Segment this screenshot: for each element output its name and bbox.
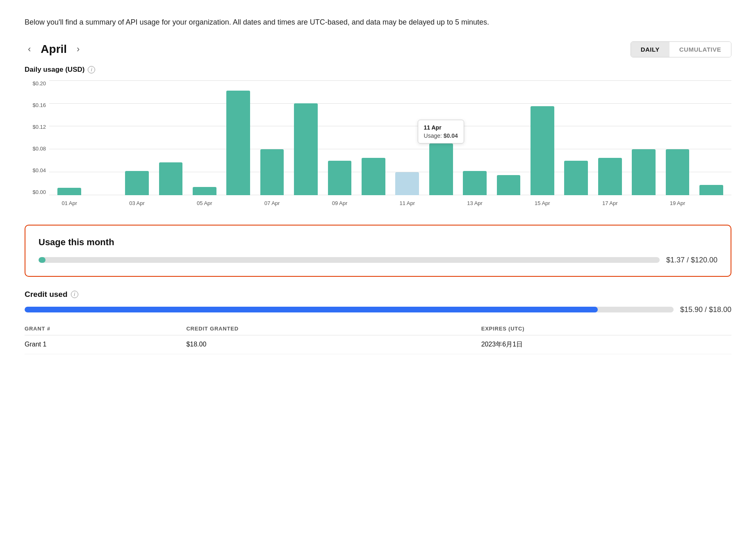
bar[interactable]: [159, 162, 183, 195]
bar[interactable]: [598, 158, 622, 195]
month-title: April: [41, 43, 67, 56]
bar-group: [660, 80, 694, 195]
bar-group: [492, 80, 525, 195]
bar-group: [526, 80, 559, 195]
intro-text: Below you'll find a summary of API usage…: [25, 16, 731, 28]
y-label-0: $0.20: [32, 80, 46, 87]
col-grant-num: GRANT #: [25, 322, 186, 335]
y-label-1: $0.16: [32, 102, 46, 108]
bar[interactable]: [328, 161, 352, 195]
usage-progress-row: $1.37 / $120.00: [39, 256, 717, 264]
bar-group: [559, 80, 593, 195]
x-label: 15 Apr: [526, 200, 559, 206]
usage-progress-value: $1.37 / $120.00: [666, 256, 717, 264]
credit-title: Credit used: [25, 290, 68, 299]
chart-info-icon[interactable]: i: [88, 66, 95, 73]
credit-progress-row: $15.90 / $18.00: [25, 305, 731, 314]
bar[interactable]: [429, 144, 453, 195]
usage-month-card: Usage this month $1.37 / $120.00: [25, 225, 731, 277]
credit-info-icon[interactable]: i: [71, 291, 78, 298]
x-label: 09 Apr: [323, 200, 356, 206]
x-label: 17 Apr: [593, 200, 627, 206]
bar[interactable]: [497, 175, 521, 195]
credit-section: Credit used i $15.90 / $18.00 GRANT # CR…: [25, 290, 731, 354]
bar[interactable]: [226, 91, 250, 195]
x-label: 19 Apr: [660, 200, 694, 206]
bar[interactable]: [57, 188, 81, 195]
credit-table: GRANT # CREDIT GRANTED EXPIRES (UTC) Gra…: [25, 322, 731, 354]
bar[interactable]: [193, 187, 216, 195]
bar[interactable]: [294, 103, 318, 195]
bar[interactable]: [666, 149, 690, 195]
bar[interactable]: [699, 185, 723, 195]
bar-group: [627, 80, 660, 195]
bar[interactable]: [362, 158, 385, 195]
chart-section: Daily usage (USD) i $0.20 $0.16 $0.12 $0…: [25, 66, 731, 212]
y-label-5: $0.00: [32, 189, 46, 195]
chart-title: Daily usage (USD): [25, 66, 84, 74]
y-label-3: $0.08: [32, 146, 46, 152]
credit-table-row: Grant 1$18.002023年6月1日: [25, 335, 731, 354]
x-label: 05 Apr: [188, 200, 221, 206]
bar-group: [221, 80, 255, 195]
credit-progress-value: $15.90 / $18.00: [680, 305, 731, 314]
bar[interactable]: [564, 161, 588, 195]
tooltip-value: Usage: $0.04: [424, 132, 458, 139]
credit-progress-bar-container: [25, 307, 674, 312]
y-label-2: $0.12: [32, 124, 46, 130]
bar[interactable]: [632, 149, 656, 195]
credit-table-cell: Grant 1: [25, 335, 186, 354]
bar-group: [289, 80, 323, 195]
bar[interactable]: [260, 149, 284, 195]
bar-group: [255, 80, 289, 195]
bar-group: [120, 80, 154, 195]
x-label: 13 Apr: [458, 200, 492, 206]
bar[interactable]: [125, 171, 149, 195]
bar-group: [188, 80, 221, 195]
x-axis: 01 Apr03 Apr05 Apr07 Apr09 Apr11 Apr13 A…: [49, 195, 731, 212]
bars-row: [49, 80, 731, 195]
x-label: 03 Apr: [120, 200, 154, 206]
bar-group: [357, 80, 390, 195]
col-credit-granted: CREDIT GRANTED: [186, 322, 481, 335]
bar-group: [323, 80, 356, 195]
chart-container: $0.20 $0.16 $0.12 $0.08 $0.04 $0.00 01 A…: [25, 80, 731, 212]
y-label-4: $0.04: [32, 167, 46, 173]
col-expires: EXPIRES (UTC): [481, 322, 731, 335]
bar-group: [593, 80, 627, 195]
next-month-button[interactable]: ›: [73, 42, 83, 56]
credit-progress-fill: [25, 307, 598, 312]
cumulative-toggle-button[interactable]: CUMULATIVE: [669, 42, 731, 57]
view-toggle: DAILY CUMULATIVE: [631, 41, 731, 57]
x-label: 11 Apr: [390, 200, 424, 206]
tooltip: 11 Apr Usage: $0.04: [418, 120, 464, 144]
bar[interactable]: [395, 172, 419, 195]
usage-progress-bar-container: [39, 257, 660, 263]
usage-progress-fill: [39, 257, 46, 263]
credit-label: Credit used i: [25, 290, 731, 299]
tooltip-amount: $0.04: [444, 132, 458, 139]
bar-group: [695, 80, 728, 195]
credit-table-cell: 2023年6月1日: [481, 335, 731, 354]
y-axis: $0.20 $0.16 $0.12 $0.08 $0.04 $0.00: [25, 80, 49, 195]
month-left: ‹ April ›: [25, 42, 83, 56]
bar[interactable]: [463, 171, 487, 195]
chart-label: Daily usage (USD) i: [25, 66, 731, 74]
bar-group: [52, 80, 86, 195]
credit-table-cell: $18.00: [186, 335, 481, 354]
bar-group: [154, 80, 187, 195]
daily-toggle-button[interactable]: DAILY: [631, 42, 669, 57]
x-label: 01 Apr: [52, 200, 86, 206]
bar[interactable]: [531, 106, 554, 195]
tooltip-label: Usage:: [424, 132, 442, 139]
tooltip-date: 11 Apr: [424, 124, 458, 131]
prev-month-button[interactable]: ‹: [25, 42, 34, 56]
x-label: 07 Apr: [255, 200, 289, 206]
usage-month-title: Usage this month: [39, 237, 717, 248]
credit-table-header-row: GRANT # CREDIT GRANTED EXPIRES (UTC): [25, 322, 731, 335]
month-nav: ‹ April › DAILY CUMULATIVE: [25, 41, 731, 57]
chart-area: 01 Apr03 Apr05 Apr07 Apr09 Apr11 Apr13 A…: [49, 80, 731, 212]
bar-group: [86, 80, 120, 195]
